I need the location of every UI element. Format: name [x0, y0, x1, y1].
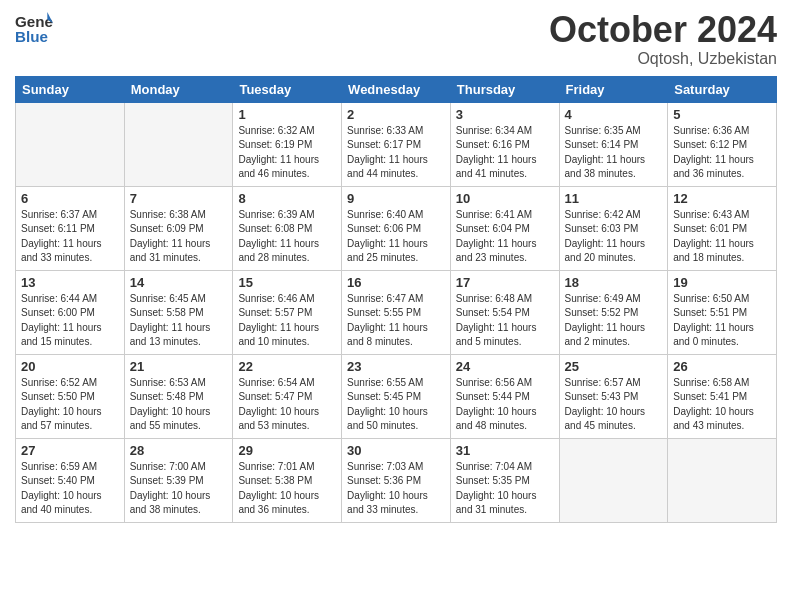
calendar-cell: 15Sunrise: 6:46 AMSunset: 5:57 PMDayligh…	[233, 270, 342, 354]
day-info: Sunrise: 6:39 AMSunset: 6:08 PMDaylight:…	[238, 208, 336, 266]
day-info: Sunrise: 6:34 AMSunset: 6:16 PMDaylight:…	[456, 124, 554, 182]
day-info: Sunrise: 6:43 AMSunset: 6:01 PMDaylight:…	[673, 208, 771, 266]
day-info: Sunrise: 6:33 AMSunset: 6:17 PMDaylight:…	[347, 124, 445, 182]
calendar-week-3: 13Sunrise: 6:44 AMSunset: 6:00 PMDayligh…	[16, 270, 777, 354]
month-title: October 2024	[549, 10, 777, 50]
day-number: 1	[238, 107, 336, 122]
calendar-cell: 5Sunrise: 6:36 AMSunset: 6:12 PMDaylight…	[668, 102, 777, 186]
day-number: 15	[238, 275, 336, 290]
calendar-cell: 14Sunrise: 6:45 AMSunset: 5:58 PMDayligh…	[124, 270, 233, 354]
logo: General Blue	[15, 10, 53, 48]
day-number: 9	[347, 191, 445, 206]
page: General Blue October 2024 Oqtosh, Uzbeki…	[0, 0, 792, 612]
day-info: Sunrise: 7:03 AMSunset: 5:36 PMDaylight:…	[347, 460, 445, 518]
day-number: 7	[130, 191, 228, 206]
col-friday: Friday	[559, 76, 668, 102]
calendar-cell: 4Sunrise: 6:35 AMSunset: 6:14 PMDaylight…	[559, 102, 668, 186]
calendar-cell: 17Sunrise: 6:48 AMSunset: 5:54 PMDayligh…	[450, 270, 559, 354]
location: Oqtosh, Uzbekistan	[549, 50, 777, 68]
calendar-cell: 27Sunrise: 6:59 AMSunset: 5:40 PMDayligh…	[16, 438, 125, 522]
day-number: 31	[456, 443, 554, 458]
day-number: 30	[347, 443, 445, 458]
day-number: 28	[130, 443, 228, 458]
col-thursday: Thursday	[450, 76, 559, 102]
day-number: 5	[673, 107, 771, 122]
svg-text:Blue: Blue	[15, 28, 48, 45]
day-info: Sunrise: 6:58 AMSunset: 5:41 PMDaylight:…	[673, 376, 771, 434]
day-info: Sunrise: 6:46 AMSunset: 5:57 PMDaylight:…	[238, 292, 336, 350]
calendar-cell: 11Sunrise: 6:42 AMSunset: 6:03 PMDayligh…	[559, 186, 668, 270]
day-info: Sunrise: 6:41 AMSunset: 6:04 PMDaylight:…	[456, 208, 554, 266]
day-number: 11	[565, 191, 663, 206]
day-info: Sunrise: 6:42 AMSunset: 6:03 PMDaylight:…	[565, 208, 663, 266]
logo-icon: General Blue	[15, 10, 53, 48]
calendar-cell: 3Sunrise: 6:34 AMSunset: 6:16 PMDaylight…	[450, 102, 559, 186]
day-number: 27	[21, 443, 119, 458]
col-saturday: Saturday	[668, 76, 777, 102]
calendar-cell: 26Sunrise: 6:58 AMSunset: 5:41 PMDayligh…	[668, 354, 777, 438]
col-monday: Monday	[124, 76, 233, 102]
day-number: 14	[130, 275, 228, 290]
title-area: October 2024 Oqtosh, Uzbekistan	[549, 10, 777, 68]
calendar-cell: 23Sunrise: 6:55 AMSunset: 5:45 PMDayligh…	[342, 354, 451, 438]
day-number: 13	[21, 275, 119, 290]
day-info: Sunrise: 6:37 AMSunset: 6:11 PMDaylight:…	[21, 208, 119, 266]
calendar-cell: 20Sunrise: 6:52 AMSunset: 5:50 PMDayligh…	[16, 354, 125, 438]
calendar-cell: 7Sunrise: 6:38 AMSunset: 6:09 PMDaylight…	[124, 186, 233, 270]
day-number: 20	[21, 359, 119, 374]
calendar-cell	[124, 102, 233, 186]
day-info: Sunrise: 6:52 AMSunset: 5:50 PMDaylight:…	[21, 376, 119, 434]
header: General Blue October 2024 Oqtosh, Uzbeki…	[15, 10, 777, 68]
calendar-cell: 22Sunrise: 6:54 AMSunset: 5:47 PMDayligh…	[233, 354, 342, 438]
calendar-cell: 10Sunrise: 6:41 AMSunset: 6:04 PMDayligh…	[450, 186, 559, 270]
calendar-cell: 30Sunrise: 7:03 AMSunset: 5:36 PMDayligh…	[342, 438, 451, 522]
day-number: 26	[673, 359, 771, 374]
day-info: Sunrise: 6:44 AMSunset: 6:00 PMDaylight:…	[21, 292, 119, 350]
calendar-cell: 9Sunrise: 6:40 AMSunset: 6:06 PMDaylight…	[342, 186, 451, 270]
col-sunday: Sunday	[16, 76, 125, 102]
day-number: 25	[565, 359, 663, 374]
calendar-cell: 1Sunrise: 6:32 AMSunset: 6:19 PMDaylight…	[233, 102, 342, 186]
calendar-cell: 31Sunrise: 7:04 AMSunset: 5:35 PMDayligh…	[450, 438, 559, 522]
calendar-cell: 25Sunrise: 6:57 AMSunset: 5:43 PMDayligh…	[559, 354, 668, 438]
day-info: Sunrise: 6:50 AMSunset: 5:51 PMDaylight:…	[673, 292, 771, 350]
day-info: Sunrise: 6:47 AMSunset: 5:55 PMDaylight:…	[347, 292, 445, 350]
calendar-week-1: 1Sunrise: 6:32 AMSunset: 6:19 PMDaylight…	[16, 102, 777, 186]
day-number: 24	[456, 359, 554, 374]
calendar-cell: 6Sunrise: 6:37 AMSunset: 6:11 PMDaylight…	[16, 186, 125, 270]
calendar-cell: 2Sunrise: 6:33 AMSunset: 6:17 PMDaylight…	[342, 102, 451, 186]
calendar-cell	[559, 438, 668, 522]
day-number: 10	[456, 191, 554, 206]
day-info: Sunrise: 6:54 AMSunset: 5:47 PMDaylight:…	[238, 376, 336, 434]
day-number: 19	[673, 275, 771, 290]
day-number: 21	[130, 359, 228, 374]
day-number: 29	[238, 443, 336, 458]
calendar-cell: 19Sunrise: 6:50 AMSunset: 5:51 PMDayligh…	[668, 270, 777, 354]
day-number: 6	[21, 191, 119, 206]
day-info: Sunrise: 7:00 AMSunset: 5:39 PMDaylight:…	[130, 460, 228, 518]
day-number: 18	[565, 275, 663, 290]
day-info: Sunrise: 6:32 AMSunset: 6:19 PMDaylight:…	[238, 124, 336, 182]
day-number: 16	[347, 275, 445, 290]
calendar-cell: 13Sunrise: 6:44 AMSunset: 6:00 PMDayligh…	[16, 270, 125, 354]
day-number: 4	[565, 107, 663, 122]
calendar-week-2: 6Sunrise: 6:37 AMSunset: 6:11 PMDaylight…	[16, 186, 777, 270]
col-tuesday: Tuesday	[233, 76, 342, 102]
calendar-week-5: 27Sunrise: 6:59 AMSunset: 5:40 PMDayligh…	[16, 438, 777, 522]
calendar-header-row: Sunday Monday Tuesday Wednesday Thursday…	[16, 76, 777, 102]
day-number: 23	[347, 359, 445, 374]
day-info: Sunrise: 6:57 AMSunset: 5:43 PMDaylight:…	[565, 376, 663, 434]
calendar-cell	[16, 102, 125, 186]
day-info: Sunrise: 6:55 AMSunset: 5:45 PMDaylight:…	[347, 376, 445, 434]
day-info: Sunrise: 6:45 AMSunset: 5:58 PMDaylight:…	[130, 292, 228, 350]
day-number: 3	[456, 107, 554, 122]
day-info: Sunrise: 6:40 AMSunset: 6:06 PMDaylight:…	[347, 208, 445, 266]
calendar-cell: 29Sunrise: 7:01 AMSunset: 5:38 PMDayligh…	[233, 438, 342, 522]
day-info: Sunrise: 6:35 AMSunset: 6:14 PMDaylight:…	[565, 124, 663, 182]
calendar-cell: 12Sunrise: 6:43 AMSunset: 6:01 PMDayligh…	[668, 186, 777, 270]
day-number: 8	[238, 191, 336, 206]
day-info: Sunrise: 6:56 AMSunset: 5:44 PMDaylight:…	[456, 376, 554, 434]
calendar-cell: 8Sunrise: 6:39 AMSunset: 6:08 PMDaylight…	[233, 186, 342, 270]
day-info: Sunrise: 7:01 AMSunset: 5:38 PMDaylight:…	[238, 460, 336, 518]
day-info: Sunrise: 7:04 AMSunset: 5:35 PMDaylight:…	[456, 460, 554, 518]
